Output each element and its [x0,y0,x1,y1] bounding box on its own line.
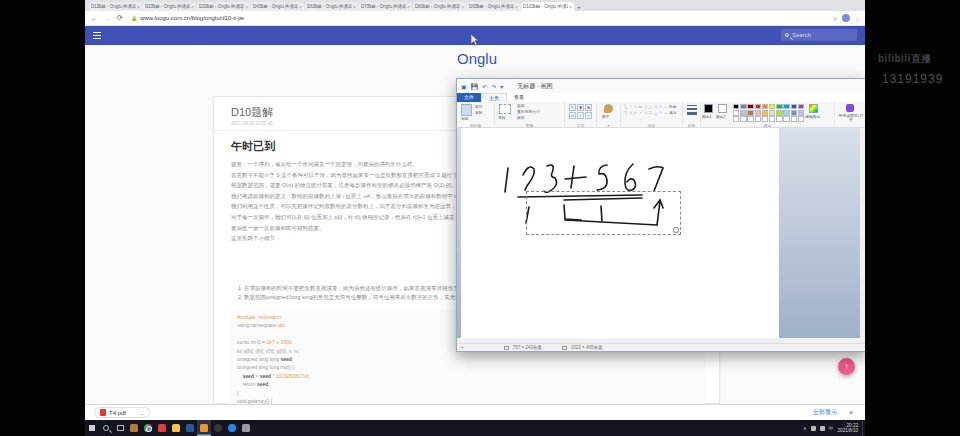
palette-swatch[interactable] [798,116,804,121]
copy-button[interactable]: 复制 [475,111,483,116]
palette-swatch[interactable] [733,104,739,109]
shapes-grid[interactable]: ╲~○▭◇△□☆→▽◁▷○◇□△☆→ [623,104,668,116]
bookmark-star-icon[interactable]: ☆ [833,15,838,22]
palette-swatch[interactable] [769,110,775,115]
crop-button[interactable]: 裁剪 [517,104,525,109]
folder-icon[interactable] [169,420,183,436]
downloaded-file-chip[interactable]: T4.pdf ⌄ [94,407,150,418]
qat-dropdown-icon[interactable]: ▾ [500,83,503,90]
paint-tab-view[interactable]: 查看 [507,93,531,102]
palette-swatch[interactable] [740,110,746,115]
taskbar-search-icon[interactable] [99,420,113,436]
back-button[interactable]: ← [91,15,98,22]
browser-tab[interactable]: D10题解 - Onglu 的博客 - 洛谷× [521,2,574,11]
color2-swatch[interactable] [718,104,727,113]
palette-swatch[interactable] [798,104,804,109]
paint-tab-home[interactable]: 主页 [481,93,507,102]
netease-music-icon[interactable] [155,420,169,436]
magnifier-icon[interactable]: ○ [585,112,592,119]
download-bar-close-icon[interactable]: × [849,409,853,416]
tab-close-icon[interactable]: × [407,4,410,10]
palette-swatch[interactable] [783,116,789,121]
new-tab-button[interactable]: + [575,3,583,11]
search-input[interactable]: Search [781,29,857,41]
selection-resize-handle[interactable] [673,227,679,233]
palette-swatch[interactable] [791,110,797,115]
refresh-button[interactable]: ⟳ [117,14,123,22]
text-icon[interactable]: A [585,104,592,111]
app-dark-icon[interactable] [211,420,225,436]
tray-icon-2[interactable] [820,426,825,431]
palette-swatch[interactable] [747,110,753,115]
paste-button[interactable] [461,104,472,116]
tab-close-icon[interactable]: × [353,4,356,10]
tab-close-icon[interactable]: × [515,4,518,10]
chrome-icon[interactable] [141,420,155,436]
fill-icon[interactable]: ▮ [577,104,584,111]
palette-swatch[interactable] [798,110,804,115]
app-gray-icon[interactable] [239,420,253,436]
browser-menu-icon[interactable]: ⋮ [854,15,860,22]
paint-title-bar[interactable]: ▣ 💾 ↶ ↷ ▾ 无标题 - 画图 [457,79,865,93]
file-explorer-icon[interactable] [127,420,141,436]
palette-swatch[interactable] [776,110,782,115]
palette-swatch[interactable] [755,110,761,115]
paint3d-label[interactable]: 使用画图3D 打开 [837,114,865,122]
save-icon[interactable]: 💾 [471,83,479,90]
tab-close-icon[interactable]: × [569,4,572,10]
rotate-button[interactable]: 旋转 [517,116,525,121]
input-method-indicator[interactable]: 中 [829,425,834,431]
palette-swatch[interactable] [776,104,782,109]
browser-tab[interactable]: D7题解 - Onglu 的博客 - 洛谷× [359,2,412,11]
word-icon[interactable] [183,420,197,436]
edit-colors-icon[interactable] [809,104,818,113]
palette-swatch[interactable] [791,104,797,109]
browser-tab[interactable]: D4题解 - Onglu 的博客 - 洛谷× [251,2,304,11]
resize-button[interactable]: 重新调整大小 [517,110,540,115]
browser-tab[interactable]: D3题解 - Onglu 的博客 - 洛谷× [197,2,250,11]
palette-swatch[interactable] [740,104,746,109]
undo-icon[interactable]: ↶ [482,83,487,90]
palette-swatch[interactable] [769,116,775,121]
palette-swatch[interactable] [783,104,789,109]
palette-swatch[interactable] [755,104,761,109]
pencil-icon[interactable]: ✎ [569,104,576,111]
shape-outline-button[interactable]: 轮廓 [669,105,677,110]
cut-button[interactable]: 剪切 [475,105,483,110]
select-icon[interactable] [499,104,511,114]
color1-swatch[interactable] [704,104,713,113]
task-view-icon[interactable] [113,420,127,436]
eraser-icon[interactable]: ▭ [569,112,576,119]
taskbar-clock[interactable]: 20:22 2021/8/10 [838,423,858,434]
tab-close-icon[interactable]: × [245,4,248,10]
palette-swatch[interactable] [740,116,746,121]
redo-icon[interactable]: ↷ [491,83,496,90]
tab-close-icon[interactable]: × [137,4,140,10]
color-palette[interactable] [733,104,804,122]
tab-close-icon[interactable]: × [299,4,302,10]
palette-swatch[interactable] [747,104,753,109]
profile-avatar[interactable] [842,14,850,22]
palette-swatch[interactable] [747,116,753,121]
selection-rectangle[interactable] [526,191,681,235]
paint-icon[interactable] [197,420,211,436]
tab-close-icon[interactable]: × [461,4,464,10]
show-all-downloads-link[interactable]: 全部显示 [813,408,837,417]
forward-button[interactable]: → [104,15,111,22]
palette-swatch[interactable] [733,110,739,115]
palette-swatch[interactable] [783,110,789,115]
tab-close-icon[interactable]: × [191,4,194,10]
palette-swatch[interactable] [791,116,797,121]
brush-icon[interactable] [604,104,613,113]
paint3d-icon[interactable] [846,104,854,112]
palette-swatch[interactable] [769,104,775,109]
start-button[interactable] [85,420,99,436]
address-bar[interactable]: www.luogu.com.cn/blog/onglu/d10-ti-jie [140,15,832,21]
browser-tab[interactable]: D9题解 - Onglu 的博客 - 洛谷× [467,2,520,11]
tools-grid[interactable]: ✎▮A ▭/○ [569,104,592,119]
hamburger-menu-icon[interactable] [93,32,101,39]
palette-swatch[interactable] [776,116,782,121]
palette-swatch[interactable] [755,116,761,121]
browser-tab[interactable]: D2题解 - Onglu 的博客 - 洛谷× [143,2,196,11]
palette-swatch[interactable] [762,110,768,115]
